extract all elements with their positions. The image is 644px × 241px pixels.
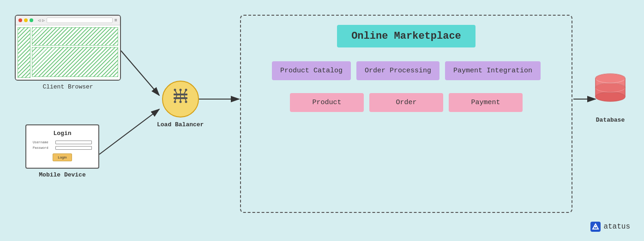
svg-point-29 xyxy=(595,226,596,228)
lb-svg-icon xyxy=(171,88,190,106)
password-input xyxy=(55,146,92,150)
browser-titlebar: ◁ ▷ ≡ xyxy=(16,16,120,25)
atatus-text: atatus xyxy=(603,223,630,231)
browser-bottom-hatch xyxy=(32,47,118,77)
database-icon xyxy=(590,69,631,111)
svg-point-18 xyxy=(185,89,187,91)
atatus-logo: atatus xyxy=(590,222,630,232)
atatus-icon xyxy=(590,222,601,232)
service-payment-integration: Payment Integration xyxy=(445,61,541,80)
database-label: Database xyxy=(590,117,631,123)
svg-point-11 xyxy=(179,101,181,103)
browser-sidebar-hatch xyxy=(18,27,30,78)
data-product: Product xyxy=(290,93,364,112)
browser-window: ◁ ▷ ≡ xyxy=(15,15,121,81)
lb-circle xyxy=(162,81,199,118)
password-label: Password xyxy=(33,146,54,150)
client-browser: ◁ ▷ ≡ Client Browser xyxy=(15,15,121,90)
svg-point-12 xyxy=(185,101,187,103)
dot-green xyxy=(30,18,33,22)
username-input xyxy=(55,141,92,144)
service-order-processing: Order Processing xyxy=(356,61,439,80)
login-title: Login xyxy=(33,130,92,137)
username-label: Username xyxy=(33,141,54,144)
data-order: Order xyxy=(369,93,443,112)
menu-icon: ≡ xyxy=(114,18,117,23)
diagram-container: ◁ ▷ ≡ Client Browser Login xyxy=(0,0,644,241)
service-product-catalog: Product Catalog xyxy=(272,61,351,80)
svg-rect-5 xyxy=(174,94,187,95)
mobile-window: Login Username Password Login xyxy=(25,124,99,169)
dot-red xyxy=(18,18,22,22)
svg-point-10 xyxy=(174,101,176,103)
services-row: Product Catalog Order Processing Payment… xyxy=(250,61,562,80)
forward-icon: ▷ xyxy=(42,18,44,23)
database: Database xyxy=(590,69,631,123)
username-field: Username xyxy=(33,141,92,144)
dot-yellow xyxy=(24,18,28,22)
atatus-logo-icon xyxy=(592,223,599,230)
data-row: Product Order Payment xyxy=(250,93,562,112)
svg-point-16 xyxy=(174,89,176,91)
mobile-device-label: Mobile Device xyxy=(25,171,99,178)
marketplace-title: Online Marketplace xyxy=(337,25,475,47)
svg-line-1 xyxy=(121,51,159,95)
marketplace-box: Online Marketplace Product Catalog Order… xyxy=(240,15,572,213)
client-browser-label: Client Browser xyxy=(15,83,121,90)
load-balancer: Load Balancer xyxy=(157,81,204,128)
browser-nav: ◁ ▷ ≡ xyxy=(38,18,117,23)
password-field: Password xyxy=(33,146,92,150)
data-payment: Payment xyxy=(449,93,523,112)
load-balancer-label: Load Balancer xyxy=(157,121,204,128)
login-button[interactable]: Login xyxy=(53,153,72,161)
svg-point-17 xyxy=(179,89,181,91)
browser-top-hatch xyxy=(32,27,118,46)
url-bar xyxy=(47,18,113,23)
browser-main-area xyxy=(32,27,118,78)
back-icon: ◁ xyxy=(38,18,40,23)
browser-layout xyxy=(18,27,118,78)
svg-line-2 xyxy=(99,109,159,154)
lb-icon xyxy=(171,88,190,110)
svg-point-23 xyxy=(596,92,625,101)
mobile-device: Login Username Password Login Mobile Dev… xyxy=(25,124,99,178)
browser-body xyxy=(16,25,120,80)
